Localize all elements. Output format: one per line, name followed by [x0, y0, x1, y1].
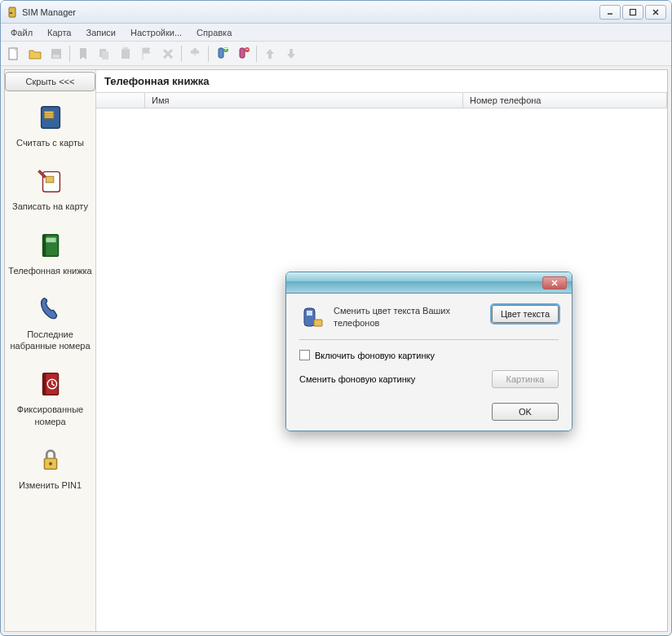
- arrow-up-icon[interactable]: [260, 44, 280, 64]
- flag-icon[interactable]: [137, 44, 157, 64]
- app-window: SIM Manager Файл Карта Записи Настройки.…: [0, 0, 672, 636]
- ok-button[interactable]: OK: [492, 403, 559, 421]
- column-phone[interactable]: Номер телефона: [463, 93, 667, 108]
- menu-records[interactable]: Записи: [79, 26, 122, 39]
- phone-add-icon[interactable]: +: [212, 44, 232, 64]
- window-title: SIM Manager: [22, 7, 599, 17]
- dialog-body: Сменить цвет текста Ваших телефонов Цвет…: [286, 294, 572, 431]
- svg-rect-9: [53, 55, 60, 58]
- svg-rect-19: [240, 48, 245, 58]
- sidebar-item-last-dialed[interactable]: Последние набранные номера: [5, 285, 95, 360]
- svg-rect-1: [10, 12, 12, 14]
- sidebar-item-phonebook[interactable]: Телефонная книжка: [5, 221, 95, 285]
- menu-help[interactable]: Справка: [190, 26, 238, 39]
- menu-settings[interactable]: Настройки...: [124, 26, 188, 39]
- toolbar-separator: [256, 46, 257, 62]
- svg-rect-3: [630, 9, 636, 15]
- svg-rect-12: [122, 49, 130, 59]
- arrow-down-icon[interactable]: [281, 44, 301, 64]
- dialog-close-button[interactable]: [542, 276, 567, 289]
- dialog-titlebar: [286, 272, 572, 294]
- svg-rect-29: [45, 237, 55, 242]
- phone-remove-icon[interactable]: -: [233, 44, 253, 64]
- svg-point-35: [49, 462, 52, 466]
- sim-card-write-icon: [34, 165, 67, 197]
- svg-rect-11: [102, 51, 108, 60]
- main-panel: Телефонная книжка Имя Номер телефона: [96, 70, 667, 631]
- titlebar: SIM Manager: [1, 1, 671, 24]
- menu-file[interactable]: Файл: [4, 26, 39, 39]
- close-button[interactable]: [645, 5, 666, 20]
- bookmark-icon[interactable]: [73, 44, 93, 64]
- toolbar-separator: [181, 46, 182, 62]
- maximize-button[interactable]: [622, 5, 643, 20]
- sidebar-item-label: Телефонная книжка: [8, 265, 91, 276]
- sidebar: Скрыть <<< Считать с карты Записать на к…: [5, 70, 96, 631]
- enable-bg-checkbox[interactable]: [299, 350, 310, 360]
- column-headers: Имя Номер телефона: [96, 92, 667, 108]
- sidebar-item-label: Считать с карты: [16, 137, 84, 148]
- svg-rect-23: [44, 111, 53, 118]
- phonebook-icon: [34, 229, 67, 262]
- sidebar-item-label: Записать на карту: [12, 201, 88, 212]
- toolbar-separator: [208, 46, 209, 62]
- toolbar-separator: [69, 46, 70, 62]
- svg-rect-13: [123, 47, 128, 50]
- svg-rect-40: [314, 320, 322, 326]
- content-area: Скрыть <<< Считать с карты Записать на к…: [4, 69, 668, 632]
- picture-button[interactable]: Картинка: [492, 370, 559, 388]
- phone-icon: [34, 293, 67, 325]
- text-color-label: Сменить цвет текста Ваших телефонов: [334, 305, 484, 329]
- svg-rect-39: [307, 311, 312, 316]
- toolbar: + -: [1, 42, 671, 66]
- delete-icon[interactable]: [158, 44, 178, 64]
- lock-icon: [34, 444, 67, 476]
- clubs-icon[interactable]: [185, 44, 205, 64]
- sidebar-item-change-pin[interactable]: Изменить PIN1: [5, 435, 95, 499]
- text-color-button[interactable]: Цвет текста: [492, 305, 559, 323]
- column-index[interactable]: [96, 93, 145, 108]
- column-name[interactable]: Имя: [145, 93, 463, 108]
- svg-rect-27: [46, 177, 54, 183]
- dialog-divider: [299, 339, 559, 340]
- sidebar-item-write-card[interactable]: Записать на карту: [5, 157, 95, 220]
- hide-sidebar-button[interactable]: Скрыть <<<: [5, 72, 95, 91]
- app-icon: [6, 6, 19, 19]
- page-title: Телефонная книжка: [96, 70, 667, 92]
- save-icon[interactable]: [46, 44, 66, 64]
- fixed-book-icon: [34, 368, 67, 400]
- dialog-phone-icon: [299, 305, 325, 331]
- enable-bg-label: Включить фоновую картинку: [315, 351, 435, 360]
- paste-icon[interactable]: [116, 44, 135, 64]
- sim-card-read-icon: [34, 101, 67, 134]
- sidebar-item-label: Фиксированные номера: [7, 404, 94, 427]
- menubar: Файл Карта Записи Настройки... Справка: [1, 24, 671, 42]
- change-bg-label: Сменить фоновую картинку: [299, 374, 415, 384]
- sidebar-item-read-card[interactable]: Считать с карты: [5, 93, 95, 157]
- sidebar-item-fixed-numbers[interactable]: Фиксированные номера: [5, 360, 95, 435]
- copy-icon[interactable]: [95, 44, 114, 64]
- svg-rect-32: [42, 373, 46, 395]
- open-icon[interactable]: [25, 44, 45, 64]
- menu-card[interactable]: Карта: [41, 26, 77, 39]
- sidebar-item-label: Изменить PIN1: [19, 479, 82, 491]
- svg-text:+: +: [223, 46, 228, 53]
- svg-text:-: -: [245, 46, 249, 53]
- svg-rect-30: [42, 234, 46, 256]
- sidebar-item-label: Последние набранные номера: [7, 329, 94, 352]
- new-icon[interactable]: [4, 44, 24, 64]
- settings-dialog: Сменить цвет текста Ваших телефонов Цвет…: [285, 272, 573, 431]
- minimize-button[interactable]: [599, 5, 621, 20]
